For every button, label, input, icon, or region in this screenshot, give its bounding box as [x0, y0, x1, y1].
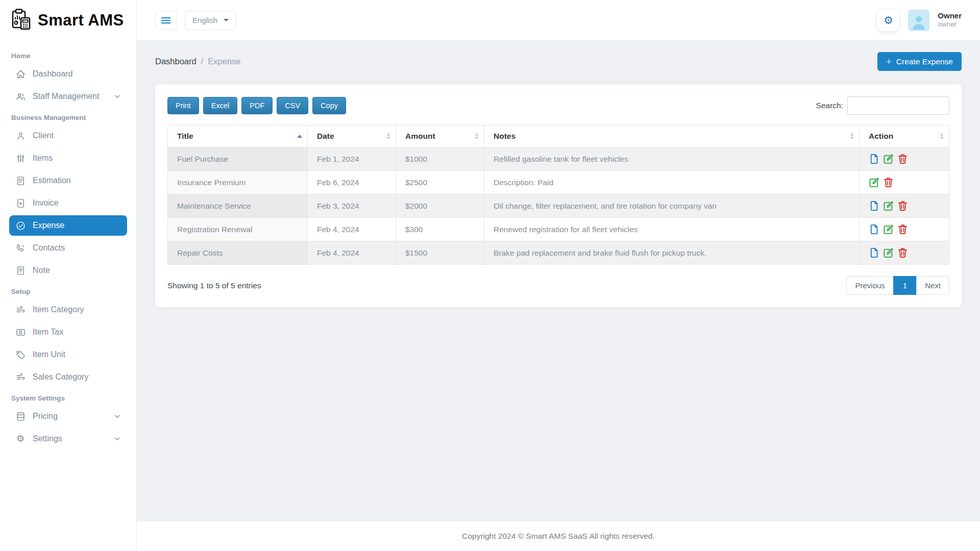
- cell-notes: Renewed registration for all fleet vehic…: [484, 218, 860, 241]
- user-name: Owner: [938, 11, 962, 21]
- view-action-icon[interactable]: [869, 154, 879, 164]
- column-header-action[interactable]: Action: [860, 126, 949, 147]
- pagination-next-button[interactable]: Next: [916, 276, 949, 295]
- content: Dashboard / Expense + Create Expense Pri…: [137, 41, 980, 510]
- person-icon: [15, 131, 26, 141]
- sidebar-item-note[interactable]: Note: [9, 260, 127, 281]
- sidebar-item-client[interactable]: Client: [9, 126, 127, 146]
- avatar[interactable]: [908, 10, 929, 31]
- edit-action-icon[interactable]: [883, 154, 894, 164]
- pagination-previous-button[interactable]: Previous: [846, 276, 893, 295]
- copyright-text: Copyright 2024 © Smart AMS SaaS All righ…: [462, 532, 655, 541]
- sidebar-nav: Home Dashboard Staff Management Business…: [0, 41, 136, 451]
- settings-gear-button[interactable]: ⚙: [876, 9, 900, 32]
- entries-info: Showing 1 to 5 of 5 entries: [167, 281, 261, 290]
- sidebar-item-dashboard[interactable]: Dashboard: [9, 64, 127, 84]
- table-row: Insurance Premium Feb 6, 2024 $2500 Desc…: [168, 171, 949, 194]
- cell-notes: Oil change, filter replacement, and tire…: [484, 194, 860, 218]
- sidebar-item-label: Settings: [33, 434, 62, 443]
- sidebar-item-item-category[interactable]: Item Category: [9, 299, 127, 320]
- edit-action-icon[interactable]: [883, 247, 894, 258]
- chevron-down-icon: [114, 435, 121, 442]
- sidebar-item-label: Client: [33, 131, 54, 140]
- language-selector[interactable]: English: [185, 11, 236, 30]
- sidebar-item-item-tax[interactable]: Item Tax: [9, 322, 127, 342]
- table-header-row: TitleDateAmountNotesAction: [168, 126, 949, 147]
- sidebar-toggle-button[interactable]: [155, 11, 177, 30]
- column-header-amount[interactable]: Amount: [396, 126, 484, 147]
- table-footer: Showing 1 to 5 of 5 entries Previous 1 N…: [167, 276, 949, 295]
- sidebar-item-item-unit[interactable]: Item Unit: [9, 344, 127, 365]
- cell-action: [860, 147, 949, 171]
- delete-action-icon[interactable]: [883, 177, 894, 188]
- breadcrumb-dashboard[interactable]: Dashboard: [155, 57, 197, 66]
- cell-amount: $300: [396, 218, 484, 241]
- sidebar-item-label: Item Tax: [33, 328, 63, 337]
- phone-icon: [15, 243, 26, 253]
- sidebar-item-items[interactable]: Items: [9, 148, 127, 168]
- sidebar-item-contacts[interactable]: Contacts: [9, 238, 127, 258]
- edit-action-icon[interactable]: [883, 224, 894, 235]
- cell-amount: $1500: [396, 241, 484, 265]
- edit-action-icon[interactable]: [869, 177, 879, 188]
- delete-action-icon[interactable]: [897, 201, 908, 211]
- view-action-icon[interactable]: [869, 247, 879, 258]
- topbar: English ⚙ Owner owner: [137, 0, 980, 41]
- export-excel-button[interactable]: Excel: [203, 97, 237, 114]
- user-meta[interactable]: Owner owner: [938, 11, 962, 30]
- view-action-icon[interactable]: [869, 224, 879, 235]
- cell-action: [860, 194, 949, 218]
- export-print-button[interactable]: Print: [167, 97, 199, 114]
- gear-icon: ⚙: [15, 434, 26, 444]
- chevron-down-icon: [114, 413, 121, 420]
- cell-title: Repair Costs: [168, 241, 308, 265]
- file-text-icon: [15, 176, 26, 186]
- sort-both-icon: [940, 133, 944, 139]
- column-header-date[interactable]: Date: [308, 126, 396, 147]
- delete-action-icon[interactable]: [897, 247, 908, 258]
- sidebar-item-staff-management[interactable]: Staff Management: [9, 86, 127, 107]
- sidebar-item-settings[interactable]: ⚙ Settings: [9, 429, 127, 449]
- cell-notes: Description: Paid: [484, 171, 860, 194]
- note-icon: [15, 265, 26, 276]
- delete-action-icon[interactable]: [897, 154, 908, 164]
- export-csv-button[interactable]: CSV: [277, 97, 308, 114]
- sidebar-item-sales-category[interactable]: Sales Category: [9, 367, 127, 387]
- sidebar-item-label: Staff Management: [33, 92, 99, 101]
- column-header-notes[interactable]: Notes: [484, 126, 860, 147]
- brand-logo[interactable]: Smart AMS: [0, 0, 136, 41]
- cell-title: Fuel Purchase: [168, 147, 308, 171]
- cell-date: Feb 4, 2024: [308, 218, 396, 241]
- export-pdf-button[interactable]: PDF: [241, 97, 273, 114]
- wind-icon: [15, 372, 26, 382]
- sidebar-item-label: Invoice: [33, 198, 59, 208]
- expense-table: TitleDateAmountNotesAction Fuel Purchase…: [167, 125, 949, 265]
- brand-name: Smart AMS: [38, 11, 124, 30]
- search-input[interactable]: [847, 96, 949, 115]
- create-expense-button[interactable]: + Create Expense: [877, 52, 962, 71]
- sidebar-item-pricing[interactable]: Pricing: [9, 406, 127, 427]
- edit-action-icon[interactable]: [883, 201, 894, 211]
- pagination-page-1-button[interactable]: 1: [893, 276, 917, 295]
- view-action-icon[interactable]: [869, 201, 879, 211]
- sidebar-item-estimation[interactable]: Estimation: [9, 170, 127, 191]
- table-toolbar: PrintExcelPDFCSVCopy Search:: [167, 96, 949, 115]
- sidebar-item-label: Item Category: [33, 305, 84, 314]
- table-row: Fuel Purchase Feb 1, 2024 $1000 Refilled…: [168, 147, 949, 171]
- pagination: Previous 1 Next: [846, 276, 949, 295]
- delete-action-icon[interactable]: [897, 224, 908, 235]
- create-expense-label: Create Expense: [896, 57, 953, 66]
- sidebar-item-invoice[interactable]: Invoice: [9, 193, 127, 213]
- table-row: Repair Costs Feb 4, 2024 $1500 Brake pad…: [168, 241, 949, 265]
- sidebar-item-label: Item Unit: [33, 350, 65, 359]
- export-copy-button[interactable]: Copy: [312, 97, 346, 114]
- cell-date: Feb 4, 2024: [308, 241, 396, 265]
- sidebar-item-label: Pricing: [33, 412, 58, 421]
- sidebar: Smart AMS Home Dashboard Staff Managemen…: [0, 0, 137, 551]
- cell-notes: Brake pad replacement and brake fluid fl…: [484, 241, 860, 265]
- home-icon: [15, 69, 26, 79]
- column-header-title[interactable]: Title: [168, 126, 308, 147]
- brand-logo-icon: [10, 8, 33, 33]
- table-body: Fuel Purchase Feb 1, 2024 $1000 Refilled…: [168, 147, 949, 265]
- sidebar-item-expense[interactable]: Expense: [9, 215, 127, 236]
